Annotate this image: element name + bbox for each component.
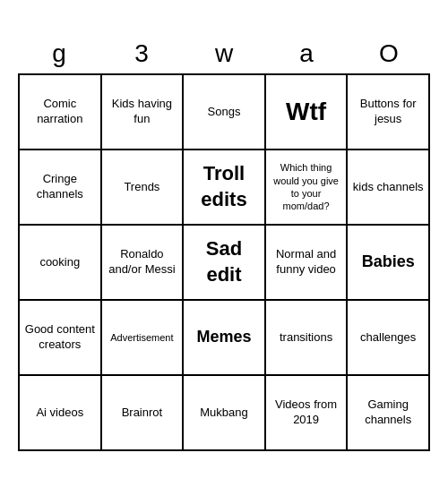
cell-2-0: cooking [20, 226, 102, 301]
header-col-4: O [348, 36, 430, 72]
cell-3-0: Good content creators [20, 301, 102, 376]
header-col-3: a [265, 36, 348, 72]
cell-0-2: Songs [184, 75, 266, 150]
cell-1-4: kids channels [348, 150, 430, 226]
cell-3-2: Memes [184, 301, 266, 376]
cell-4-2: Mukbang [184, 376, 266, 451]
bingo-card: g3waO Comic narrationKids having funSong… [18, 36, 430, 451]
cell-0-4: Buttons for jesus [348, 75, 430, 150]
cell-0-0: Comic narration [20, 75, 102, 150]
cell-0-3: Wtf [266, 75, 349, 150]
cell-4-4: Gaming channels [348, 376, 430, 451]
cell-0-1: Kids having fun [102, 75, 185, 150]
cell-4-3: Videos from 2019 [266, 376, 349, 451]
cell-2-3: Normal and funny video [266, 226, 349, 301]
bingo-header: g3waO [18, 36, 430, 72]
bingo-grid: Comic narrationKids having funSongsWtfBu… [18, 73, 430, 451]
cell-1-2: Troll edits [184, 150, 266, 226]
cell-2-2: Sad edit [184, 226, 266, 301]
cell-1-3: Which thing would you give to your mom/d… [266, 150, 349, 226]
cell-1-1: Trends [102, 150, 185, 226]
header-col-1: 3 [100, 36, 183, 72]
cell-2-1: Ronaldo and/or Messi [102, 226, 185, 301]
header-col-2: w [183, 36, 265, 72]
cell-3-3: transitions [266, 301, 349, 376]
cell-2-4: Babies [348, 226, 430, 301]
cell-4-1: Brainrot [102, 376, 185, 451]
cell-3-4: challenges [348, 301, 430, 376]
cell-3-1: Advertisement [102, 301, 185, 376]
cell-1-0: Cringe channels [20, 150, 102, 226]
header-col-0: g [18, 36, 100, 72]
cell-4-0: Ai videos [20, 376, 102, 451]
